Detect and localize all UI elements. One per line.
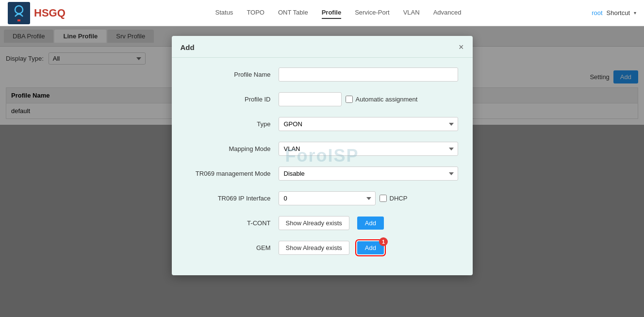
profile-name-row: Profile Name xyxy=(186,67,458,82)
gem-add-wrapper: Add 1 xyxy=(357,241,384,254)
mapping-mode-row: Mapping Mode VLAN xyxy=(186,142,458,156)
tr069-ip-label: TR069 IP Interface xyxy=(186,195,279,202)
tr069-management-row: TR069 management Mode Disable xyxy=(186,167,458,181)
profile-name-input[interactable] xyxy=(279,67,458,82)
mapping-mode-select[interactable]: VLAN xyxy=(279,142,458,156)
tr069-ip-inline: 0 DHCP xyxy=(279,191,458,205)
svg-rect-2 xyxy=(17,19,20,21)
gem-row: GEM Show Already exists Add 1 xyxy=(186,241,458,255)
automatic-assignment-label: Automatic assignment xyxy=(356,96,418,103)
nav-status[interactable]: Status xyxy=(215,7,233,19)
tcont-add-button[interactable]: Add xyxy=(357,217,384,230)
nav-vlan[interactable]: VLAN xyxy=(403,7,420,19)
tcont-inline: Show Already exists Add xyxy=(279,216,458,230)
profile-id-row: Profile ID Automatic assignment xyxy=(186,92,458,106)
modal-close-button[interactable]: × xyxy=(459,43,464,51)
tcont-row: T-CONT Show Already exists Add xyxy=(186,216,458,230)
gem-badge: 1 xyxy=(379,237,388,246)
logo-area: HSGQ xyxy=(8,2,66,24)
content-area: DBA Profile Line Profile Srv Profile Dis… xyxy=(0,26,644,317)
dhcp-group: DHCP xyxy=(380,195,408,202)
shortcut-dropdown-icon[interactable]: ▾ xyxy=(634,10,636,16)
tr069-management-label: TR069 management Mode xyxy=(186,170,279,177)
nav-shortcut[interactable]: Shortcut xyxy=(607,9,630,17)
gem-show-exists-button[interactable]: Show Already exists xyxy=(279,241,349,255)
logo-text: HSGQ xyxy=(34,7,66,19)
modal-header: Add × xyxy=(172,36,473,58)
tcont-label: T-CONT xyxy=(186,219,279,227)
type-label: Type xyxy=(186,120,279,128)
tr069-ip-select[interactable]: 0 xyxy=(279,191,376,205)
logo-icon xyxy=(8,2,30,24)
nav-profile[interactable]: Profile xyxy=(322,7,341,19)
top-nav: HSGQ Status TOPO ONT Table Profile Servi… xyxy=(0,0,644,26)
automatic-assignment-checkbox[interactable] xyxy=(346,96,353,103)
nav-topo[interactable]: TOPO xyxy=(247,7,264,19)
tr069-ip-row: TR069 IP Interface 0 DHCP xyxy=(186,191,458,205)
modal-title: Add xyxy=(181,43,195,51)
dhcp-label: DHCP xyxy=(390,195,408,202)
profile-id-label: Profile ID xyxy=(186,96,279,103)
dhcp-checkbox[interactable] xyxy=(380,195,387,202)
nav-service-port[interactable]: Service-Port xyxy=(355,7,390,19)
modal-backdrop: ForoISP Add × Profile Name Profile ID xyxy=(0,26,644,317)
profile-id-inline: Automatic assignment xyxy=(279,92,458,106)
nav-right: root Shortcut ▾ xyxy=(592,9,636,17)
nav-advanced[interactable]: Advanced xyxy=(433,7,462,19)
nav-user: root xyxy=(592,9,602,17)
add-modal: ForoISP Add × Profile Name Profile ID xyxy=(172,36,473,275)
tr069-management-select[interactable]: Disable xyxy=(279,167,458,181)
type-row: Type GPON xyxy=(186,117,458,131)
type-select[interactable]: GPON xyxy=(279,117,458,131)
profile-name-label: Profile Name xyxy=(186,71,279,78)
mapping-mode-label: Mapping Mode xyxy=(186,145,279,152)
gem-label: GEM xyxy=(186,244,279,251)
gem-inline: Show Already exists Add 1 xyxy=(279,241,458,255)
tcont-show-exists-button[interactable]: Show Already exists xyxy=(279,216,349,230)
automatic-assignment-group: Automatic assignment xyxy=(346,96,418,103)
nav-ont-table[interactable]: ONT Table xyxy=(278,7,308,19)
modal-body: Profile Name Profile ID Automatic assign… xyxy=(172,58,473,275)
profile-id-input[interactable] xyxy=(279,92,342,106)
nav-links: Status TOPO ONT Table Profile Service-Po… xyxy=(85,7,592,19)
